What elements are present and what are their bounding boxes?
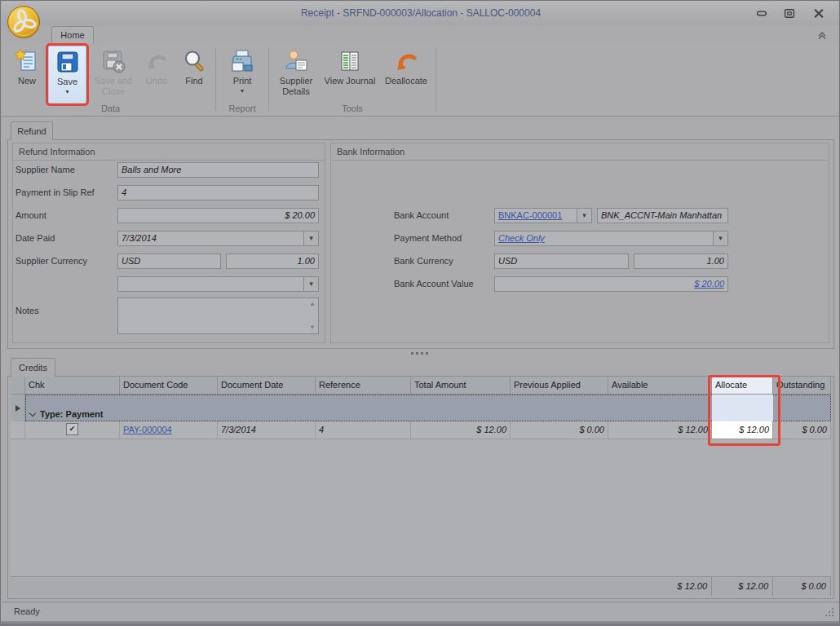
window-title: Receipt - SRFND-000003/Allocation - SALL… [2, 7, 840, 19]
supplier-currency-rate-field[interactable]: 1.00 [226, 253, 319, 269]
row-indicator-header [11, 377, 25, 394]
date-paid-combobox[interactable]: 7/3/2014 ▾ [117, 231, 319, 246]
application-window: Receipt - SRFND-000003/Allocation - SALL… [0, 0, 840, 626]
bank-account-combobox[interactable]: BNKAC-000001 ▾ [494, 208, 592, 223]
bank-information-title: Bank Information [331, 143, 829, 161]
view-journal-button[interactable]: View Journal [321, 46, 379, 104]
deallocate-icon [393, 48, 419, 74]
payment-slip-ref-field[interactable]: 4 [117, 185, 319, 201]
bank-currency-field[interactable]: USD [494, 253, 629, 269]
save-and-close-icon [100, 48, 126, 74]
reference-cell[interactable]: 4 [316, 421, 411, 439]
find-button[interactable]: Find [175, 46, 213, 104]
column-header-available[interactable]: Available [608, 377, 712, 394]
new-icon [14, 48, 40, 74]
row-checkbox[interactable]: ✔ [66, 423, 78, 435]
dropdown-arrow-icon[interactable]: ▾ [577, 209, 591, 223]
ribbon-group-report: Print ▾ Report [219, 43, 266, 116]
supplier-name-field[interactable]: Balls and More [117, 162, 319, 178]
column-header-document-date[interactable]: Document Date [218, 377, 316, 394]
restore-button[interactable] [782, 7, 797, 20]
tab-home[interactable]: Home [51, 26, 94, 44]
group-row-type-payment[interactable]: Type: Payment [11, 395, 831, 421]
footer-outstanding-total: $ 0.00 [773, 577, 831, 596]
find-icon [181, 48, 207, 74]
allocate-column-band [712, 395, 773, 421]
column-header-reference[interactable]: Reference [316, 377, 411, 394]
ribbon-separator [268, 48, 269, 111]
extra-combobox[interactable]: ▾ [117, 276, 319, 292]
app-logo-icon [7, 5, 41, 39]
allocate-cell[interactable]: $ 12.00 [712, 421, 773, 439]
dropdown-arrow-icon[interactable]: ▾ [303, 277, 318, 291]
amount-label: Amount [15, 210, 46, 220]
bank-account-label: Bank Account [394, 210, 449, 220]
bank-account-value-link[interactable]: $ 20.00 [694, 279, 724, 289]
collapse-chevron-icon[interactable] [29, 409, 36, 416]
print-button[interactable]: Print ▾ [219, 46, 266, 104]
resize-grip[interactable] [825, 607, 834, 617]
document-date-cell[interactable]: 7/3/2014 [218, 421, 316, 439]
grid-empty-area [11, 439, 831, 576]
minimize-button[interactable] [754, 7, 769, 20]
window-bottom-edge [1, 621, 840, 626]
outstanding-cell[interactable]: $ 0.00 [773, 421, 831, 439]
column-header-chk[interactable]: Chk [25, 377, 120, 394]
undo-icon [144, 48, 170, 74]
bank-currency-rate-field[interactable]: 1.00 [634, 253, 728, 269]
save-dropdown-icon[interactable]: ▾ [65, 89, 69, 95]
document-code-link[interactable]: PAY-000004 [123, 425, 172, 434]
collapse-ribbon-icon[interactable] [816, 29, 828, 38]
tab-refund[interactable]: Refund [11, 121, 53, 140]
ribbon: New Save ▾ [2, 43, 840, 117]
column-header-outstanding[interactable]: Outstanding [773, 377, 831, 394]
column-header-total-amount[interactable]: Total Amount [411, 377, 511, 394]
footer-allocate-total: $ 12.00 [712, 577, 773, 596]
notes-textarea[interactable]: ▲ ▼ [117, 298, 319, 334]
column-header-previous-applied[interactable]: Previous Applied [511, 377, 608, 394]
status-bar: Ready [2, 602, 839, 621]
ribbon-separator [435, 48, 436, 111]
dropdown-arrow-icon[interactable]: ▾ [713, 231, 727, 245]
scroll-down-icon[interactable]: ▼ [309, 324, 316, 331]
payment-method-combobox[interactable]: Check Only ▾ [494, 231, 728, 246]
save-and-close-button[interactable]: Save andClose [89, 46, 138, 104]
scroll-up-icon[interactable]: ▲ [309, 301, 316, 307]
refund-information-title: Refund Information [13, 143, 325, 161]
bank-currency-label: Bank Currency [394, 256, 453, 266]
available-cell[interactable]: $ 12.00 [608, 421, 712, 439]
save-button[interactable]: Save ▾ [48, 46, 86, 104]
column-header-document-code[interactable]: Document Code [120, 377, 218, 394]
supplier-details-button[interactable]: SupplierDetails [272, 46, 321, 104]
ribbon-group-tools: SupplierDetails View Journal [272, 43, 433, 116]
close-button[interactable] [811, 7, 826, 20]
payment-method-link[interactable]: Check Only [495, 231, 713, 245]
tab-credits[interactable]: Credits [11, 358, 55, 377]
total-amount-cell[interactable]: $ 12.00 [411, 421, 511, 439]
title-bar: Receipt - SRFND-000003/Allocation - SALL… [2, 1, 840, 25]
group-label-tools: Tools [272, 104, 433, 116]
supplier-currency-label: Supplier Currency [15, 256, 87, 266]
group-row-label: Type: Payment [40, 409, 103, 419]
supplier-name-label: Supplier Name [15, 165, 75, 174]
column-header-allocate[interactable]: Allocate [712, 377, 773, 394]
bank-account-link[interactable]: BNKAC-000001 [495, 209, 577, 223]
group-label-data: Data [8, 104, 213, 116]
deallocate-button[interactable]: Deallocate [379, 46, 433, 104]
supplier-currency-field[interactable]: USD [117, 253, 221, 269]
grid-header-row: Chk Document Code Document Date Referenc… [11, 377, 831, 395]
row-indicator-cell [11, 395, 25, 421]
dropdown-arrow-icon[interactable]: ▾ [303, 231, 318, 245]
undo-button[interactable]: Undo [138, 46, 175, 104]
splitter-handle[interactable] [7, 349, 834, 357]
amount-field[interactable]: $ 20.00 [117, 208, 319, 223]
print-dropdown-icon[interactable]: ▾ [241, 88, 244, 95]
previous-applied-cell[interactable]: $ 0.00 [511, 421, 608, 439]
date-paid-label: Date Paid [15, 233, 55, 243]
bank-account-value-field[interactable]: $ 20.00 [494, 276, 728, 292]
row-indicator-icon [15, 405, 20, 412]
check-icon: ✔ [69, 425, 76, 433]
new-button[interactable]: New [8, 46, 46, 104]
view-journal-icon [337, 48, 363, 74]
bank-account-name-field[interactable]: BNK_ACCNT-Main Manhattan [597, 208, 728, 223]
